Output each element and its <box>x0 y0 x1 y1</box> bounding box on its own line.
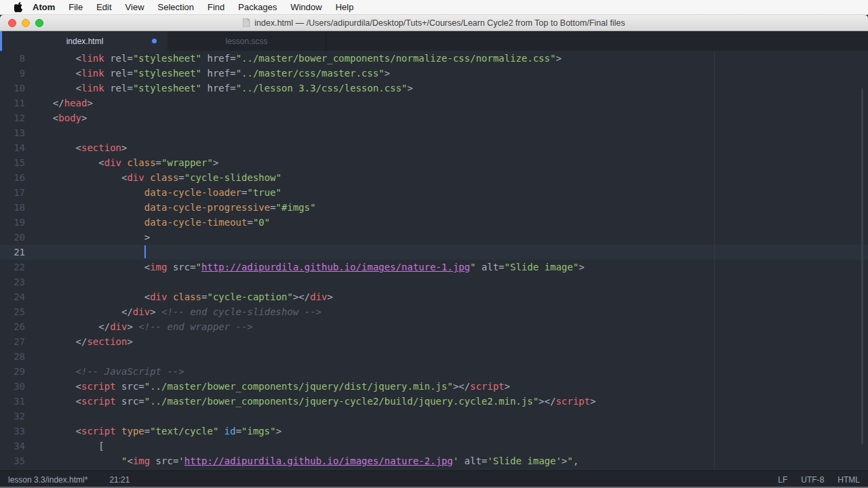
line-content: <script type="text/cycle" id="imgs"> <box>41 424 868 439</box>
line-number: 24 <box>0 289 41 304</box>
line-content: > <box>41 230 868 245</box>
line-content <box>41 245 868 260</box>
line-number: 23 <box>0 274 41 289</box>
menu-item-find[interactable]: Find <box>201 2 231 12</box>
line-content: <link rel="stylesheet" href="../master/c… <box>41 66 868 81</box>
code-line-20[interactable]: 20 > <box>0 230 868 245</box>
line-number: 32 <box>0 409 41 424</box>
line-content: </div> <!-- end wrapper --> <box>41 319 868 334</box>
minimize-window-button[interactable] <box>22 19 30 27</box>
code-line-29[interactable]: 29 <!-- JavaScript --> <box>0 364 868 379</box>
line-number: 12 <box>0 110 41 125</box>
line-content <box>41 125 868 140</box>
code-line-27[interactable]: 27 </section> <box>0 334 868 349</box>
line-number: 27 <box>0 334 41 349</box>
line-content: data-cycle-progressive="#imgs" <box>41 200 868 215</box>
code-line-12[interactable]: 12 <body> <box>0 110 868 125</box>
menu-item-packages[interactable]: Packages <box>231 2 283 12</box>
line-content: </section> <box>41 334 868 349</box>
menu-item-atom[interactable]: Atom <box>26 2 62 12</box>
tab-bar: index.html lesson.scss <box>0 31 868 51</box>
line-content: data-cycle-loader="true" <box>41 185 868 200</box>
line-number: 15 <box>0 155 41 170</box>
line-number: 8 <box>0 51 41 66</box>
line-content: <link rel="stylesheet" href="../master/b… <box>41 51 868 66</box>
line-number: 19 <box>0 215 41 230</box>
menu-item-window[interactable]: Window <box>283 2 328 12</box>
menu-item-file[interactable]: File <box>62 2 90 12</box>
code-editor[interactable]: 8 <link rel="stylesheet" href="../master… <box>0 51 868 470</box>
code-line-19[interactable]: 19 data-cycle-timeout="0" <box>0 215 868 230</box>
code-line-16[interactable]: 16 <div class="cycle-slideshow" <box>0 170 868 185</box>
status-encoding[interactable]: UTF-8 <box>801 475 824 485</box>
code-line-13[interactable]: 13 <box>0 125 868 140</box>
line-number: 33 <box>0 424 41 439</box>
line-content: <div class="wrapper"> <box>41 155 868 170</box>
menu-item-edit[interactable]: Edit <box>90 2 118 12</box>
close-window-button[interactable] <box>8 19 16 27</box>
line-content: <link rel="stylesheet" href="../lesson 3… <box>41 81 868 96</box>
tab-label: lesson.scss <box>225 37 267 46</box>
status-line-ending[interactable]: LF <box>778 475 787 485</box>
code-line-22[interactable]: 22 <img src="http://adipurdila.github.io… <box>0 260 868 274</box>
tab-label: index.html <box>66 37 104 46</box>
line-number: 31 <box>0 394 41 409</box>
line-number: 13 <box>0 125 41 140</box>
code-line-9[interactable]: 9 <link rel="stylesheet" href="../master… <box>0 66 868 81</box>
code-line-31[interactable]: 31 <script src="../master/bower_componen… <box>0 394 868 409</box>
line-number: 11 <box>0 96 41 110</box>
menu-item-view[interactable]: View <box>119 2 151 12</box>
line-content: <img src="http://adipurdila.github.io/im… <box>41 260 868 274</box>
code-line-18[interactable]: 18 data-cycle-progressive="#imgs" <box>0 200 868 215</box>
code-line-24[interactable]: 24 <div class="cycle-caption"></div> <box>0 289 868 304</box>
code-line-28[interactable]: 28 <box>0 349 868 364</box>
line-number: 30 <box>0 379 41 394</box>
line-content: <!-- JavaScript --> <box>41 364 868 379</box>
tab-index-html[interactable]: index.html <box>2 31 167 51</box>
apple-icon[interactable] <box>14 2 23 12</box>
code-line-32[interactable]: 32 <box>0 409 868 424</box>
code-line-23[interactable]: 23 <box>0 274 868 289</box>
line-number: 14 <box>0 140 41 155</box>
code-line-14[interactable]: 14 <section> <box>0 140 868 155</box>
code-line-30[interactable]: 30 <script src="../master/bower_componen… <box>0 379 868 394</box>
menu-item-help[interactable]: Help <box>329 2 361 12</box>
line-content: data-cycle-timeout="0" <box>41 215 868 230</box>
text-cursor <box>144 245 146 258</box>
code-line-25[interactable]: 25 </div> <!-- end cycle-slideshow --> <box>0 304 868 319</box>
code-line-11[interactable]: 11 </head> <box>0 96 868 110</box>
code-line-21[interactable]: 21 <box>0 245 868 260</box>
code-line-34[interactable]: 34 [ <box>0 439 868 453</box>
line-number: 21 <box>0 245 41 260</box>
status-file-path[interactable]: lesson 3.3/index.html* <box>8 475 87 485</box>
tab-lesson-scss[interactable]: lesson.scss <box>167 31 326 51</box>
line-number: 16 <box>0 170 41 185</box>
code-line-35[interactable]: 35 "<img src='http://adipurdila.github.i… <box>0 453 868 468</box>
menu-item-selection[interactable]: Selection <box>151 2 201 12</box>
modified-dot-icon[interactable] <box>152 39 157 43</box>
line-number: 17 <box>0 185 41 200</box>
vertical-scrollbar[interactable] <box>861 88 863 444</box>
line-content <box>41 274 868 289</box>
line-number: 35 <box>0 453 41 468</box>
status-grammar[interactable]: HTML <box>837 475 860 485</box>
code-line-26[interactable]: 26 </div> <!-- end wrapper --> <box>0 319 868 334</box>
status-cursor-position[interactable]: 21:21 <box>109 475 130 485</box>
line-content: </head> <box>41 96 868 110</box>
line-content: [ <box>41 439 868 453</box>
line-number: 9 <box>0 66 41 81</box>
document-proxy-icon <box>243 18 250 27</box>
line-number: 28 <box>0 349 41 364</box>
line-content <box>41 349 868 364</box>
line-number: 34 <box>0 439 41 453</box>
zoom-window-button[interactable] <box>35 19 43 27</box>
line-content: <body> <box>41 110 868 125</box>
line-number: 20 <box>0 230 41 245</box>
code-line-15[interactable]: 15 <div class="wrapper"> <box>0 155 868 170</box>
code-line-33[interactable]: 33 <script type="text/cycle" id="imgs"> <box>0 424 868 439</box>
line-number: 29 <box>0 364 41 379</box>
code-line-10[interactable]: 10 <link rel="stylesheet" href="../lesso… <box>0 81 868 96</box>
line-content: <section> <box>41 140 868 155</box>
code-line-8[interactable]: 8 <link rel="stylesheet" href="../master… <box>0 51 868 66</box>
code-line-17[interactable]: 17 data-cycle-loader="true" <box>0 185 868 200</box>
